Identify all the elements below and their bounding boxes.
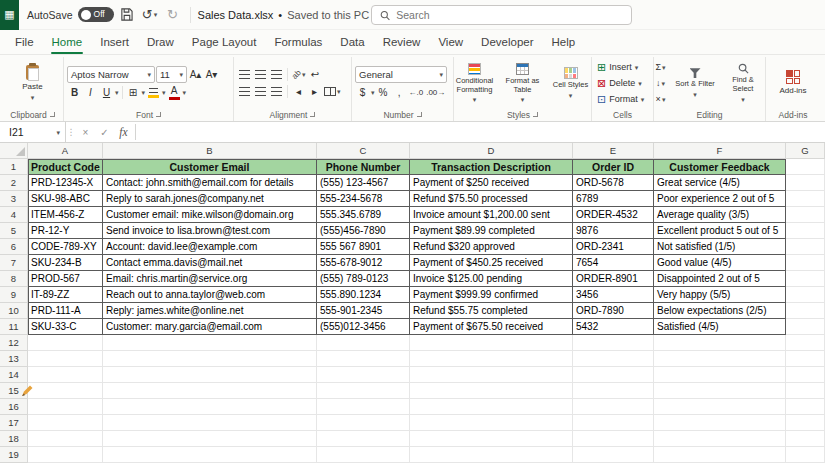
align-top-button[interactable]	[237, 67, 252, 82]
cell-B15[interactable]	[103, 383, 317, 399]
cell-E19[interactable]	[573, 447, 654, 463]
cell-F13[interactable]	[654, 351, 786, 367]
cell-D6[interactable]: Refund $320 approved	[410, 239, 573, 255]
cell-B5[interactable]: Send invoice to lisa.brown@test.com	[103, 223, 317, 239]
autosave-switch[interactable]: Off	[78, 7, 114, 22]
tab-view[interactable]: View	[429, 31, 472, 54]
italic-button[interactable]: I	[83, 85, 98, 100]
cell-B2[interactable]: Contact: john.smith@email.com for detail…	[103, 175, 317, 191]
tab-review[interactable]: Review	[374, 31, 430, 54]
cell-B7[interactable]: Contact emma.davis@mail.net	[103, 255, 317, 271]
orientation-button[interactable]: ab ▾	[291, 67, 306, 82]
percent-style-button[interactable]: %	[376, 85, 391, 100]
cell-C14[interactable]	[317, 367, 410, 383]
tab-draw[interactable]: Draw	[138, 31, 183, 54]
cell-A8[interactable]: PROD-567	[28, 271, 103, 287]
cell-B10[interactable]: Reply: james.white@online.net	[103, 303, 317, 319]
cell-G3[interactable]	[786, 191, 825, 207]
align-middle-button[interactable]	[253, 67, 268, 82]
cell-B11[interactable]: Customer: mary.garcia@email.com	[103, 319, 317, 335]
cell-E15[interactable]	[573, 383, 654, 399]
cell-E16[interactable]	[573, 399, 654, 415]
dialog-launcher-icon[interactable]	[156, 112, 161, 117]
add-ins-button[interactable]: Add-ins	[777, 69, 808, 96]
cell-E7[interactable]: 7654	[573, 255, 654, 271]
column-header-C[interactable]: C	[317, 143, 410, 159]
tab-formulas[interactable]: Formulas	[265, 31, 331, 54]
excel-app-icon[interactable]: ▦	[0, 0, 19, 30]
fill-color-button[interactable]	[146, 85, 161, 100]
cell-G16[interactable]	[786, 399, 825, 415]
cell-C9[interactable]: 555.890.1234	[317, 287, 410, 303]
cell-A16[interactable]	[28, 399, 103, 415]
dialog-launcher-icon[interactable]	[417, 112, 422, 117]
cell-C5[interactable]: (555)456-7890	[317, 223, 410, 239]
cell-C6[interactable]: 555 567 8901	[317, 239, 410, 255]
cell-F19[interactable]	[654, 447, 786, 463]
select-all-button[interactable]	[0, 143, 28, 159]
cell-F12[interactable]	[654, 335, 786, 351]
dialog-launcher-icon[interactable]	[533, 112, 538, 117]
dialog-launcher-icon[interactable]	[310, 112, 315, 117]
shrink-font-button[interactable]: A▾	[204, 67, 219, 82]
cell-G5[interactable]	[786, 223, 825, 239]
merge-center-button[interactable]: ▾	[323, 84, 342, 99]
cell-C7[interactable]: 555-678-9012	[317, 255, 410, 271]
decrease-decimal-button[interactable]: .00→	[425, 85, 446, 100]
cell-D17[interactable]	[410, 415, 573, 431]
cell-F11[interactable]: Satisfied (4/5)	[654, 319, 786, 335]
row-header-16[interactable]: 16	[0, 399, 28, 415]
cell-D16[interactable]	[410, 399, 573, 415]
column-header-B[interactable]: B	[103, 143, 317, 159]
row-header-19[interactable]: 19	[0, 447, 28, 463]
cell-E2[interactable]: ORD-5678	[573, 175, 654, 191]
cell-G17[interactable]	[786, 415, 825, 431]
accounting-format-button[interactable]: $	[355, 85, 370, 100]
find-select-button[interactable]: Find & Select ▾	[720, 62, 766, 103]
formula-input[interactable]	[138, 122, 825, 142]
cell-G19[interactable]	[786, 447, 825, 463]
cell-D2[interactable]: Payment of $250 received	[410, 175, 573, 191]
cell-E1[interactable]: Order ID	[573, 159, 654, 175]
row-header-3[interactable]: 3	[0, 191, 28, 207]
format-cells-button[interactable]: ⊡ Format ▾	[595, 92, 646, 106]
cell-G15[interactable]	[786, 383, 825, 399]
row-header-5[interactable]: 5	[0, 223, 28, 239]
grow-font-button[interactable]: A▴	[188, 67, 203, 82]
cell-F8[interactable]: Disappointed 2 out of 5	[654, 271, 786, 287]
cell-A10[interactable]: PRD-111-A	[28, 303, 103, 319]
cell-E12[interactable]	[573, 335, 654, 351]
cell-G7[interactable]	[786, 255, 825, 271]
cell-E6[interactable]: ORD-2341	[573, 239, 654, 255]
cell-E9[interactable]: 3456	[573, 287, 654, 303]
cell-B18[interactable]	[103, 431, 317, 447]
cell-B6[interactable]: Account: david.lee@example.com	[103, 239, 317, 255]
cell-F18[interactable]	[654, 431, 786, 447]
cell-D9[interactable]: Payment $999.99 confirmed	[410, 287, 573, 303]
delete-cells-button[interactable]: ⊠ Delete ▾	[595, 76, 644, 90]
cell-F16[interactable]	[654, 399, 786, 415]
cell-G9[interactable]	[786, 287, 825, 303]
font-name-select[interactable]: Aptos Narrow ▾	[67, 66, 155, 83]
increase-indent-button[interactable]: ▸	[307, 84, 322, 99]
redo-button[interactable]: ↻	[163, 4, 183, 26]
align-right-button[interactable]	[269, 84, 284, 99]
row-header-6[interactable]: 6	[0, 239, 28, 255]
cell-D13[interactable]	[410, 351, 573, 367]
cell-E18[interactable]	[573, 431, 654, 447]
cell-F15[interactable]	[654, 383, 786, 399]
cell-G1[interactable]	[786, 159, 825, 175]
cell-G14[interactable]	[786, 367, 825, 383]
borders-button[interactable]: ⊞	[126, 85, 141, 100]
row-header-2[interactable]: 2	[0, 175, 28, 191]
cell-G10[interactable]	[786, 303, 825, 319]
row-header-18[interactable]: 18	[0, 431, 28, 447]
cell-D19[interactable]	[410, 447, 573, 463]
search-box[interactable]	[371, 5, 632, 25]
cell-C4[interactable]: 555.345.6789	[317, 207, 410, 223]
autosum-button[interactable]: Σ ▾	[653, 60, 668, 75]
cell-D11[interactable]: Payment of $675.50 received	[410, 319, 573, 335]
cell-C17[interactable]	[317, 415, 410, 431]
cell-E17[interactable]	[573, 415, 654, 431]
cell-F10[interactable]: Below expectations (2/5)	[654, 303, 786, 319]
